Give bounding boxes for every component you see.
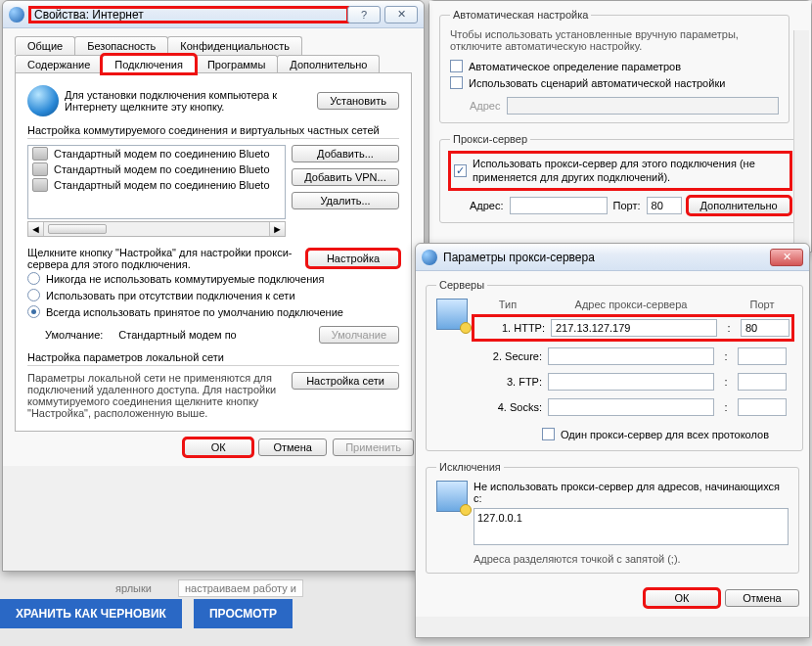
tab-general[interactable]: Общие	[15, 36, 75, 55]
tab-connections[interactable]: Подключения	[102, 55, 196, 73]
titlebar-proxy[interactable]: Параметры прокси-сервера ✕	[416, 244, 809, 271]
scroll-right-icon[interactable]: ►	[269, 222, 285, 236]
close-button-proxy[interactable]: ✕	[770, 249, 803, 266]
proxy-cancel-button[interactable]: Отмена	[725, 589, 799, 607]
col-addr: Адрес прокси-сервера	[548, 299, 714, 310]
row-secure-addr[interactable]	[548, 347, 714, 365]
modem-icon	[32, 178, 48, 192]
apply-button: Применить	[333, 438, 414, 456]
window-title-proxy: Параметры прокси-сервера	[443, 251, 770, 264]
radio-never-row[interactable]: Никогда не использовать коммутируемые по…	[27, 270, 399, 287]
install-button[interactable]: Установить	[317, 92, 399, 110]
col-port: Порт	[738, 299, 787, 310]
globe-icon	[9, 7, 24, 23]
row-socks-addr[interactable]	[548, 398, 714, 416]
globe-large-icon	[27, 85, 59, 116]
delete-button[interactable]: Удалить...	[292, 192, 399, 209]
scroll-left-icon[interactable]: ◄	[28, 222, 44, 236]
tab-panel-connections: Для установки подключения компьютера к И…	[15, 72, 412, 432]
exclusions-note: Адреса разделяются точкой с запятой (;).	[474, 553, 789, 565]
help-button[interactable]: ?	[347, 6, 381, 23]
proxy-group: Прокси-сервер Использовать прокси-сервер…	[439, 133, 801, 223]
auto-config-legend: Автоматическая настройка	[450, 9, 591, 21]
row-socks-label: 4. Socks:	[474, 401, 542, 413]
script-address-input	[507, 97, 780, 115]
use-proxy-row[interactable]: Использовать прокси-сервер для этого под…	[450, 153, 790, 189]
bg-text-config: настраиваем работу и	[178, 579, 303, 597]
proxy-port-input[interactable]	[647, 197, 682, 214]
same-proxy-row[interactable]: Один прокси-сервер для всех протоколов	[542, 426, 792, 442]
script-address-label: Адрес	[470, 100, 501, 112]
auto-script-checkbox[interactable]	[450, 76, 463, 89]
settings-button[interactable]: Настройка	[307, 250, 399, 267]
connections-listbox[interactable]: Стандартный модем по соединению Blueto С…	[27, 145, 286, 219]
proxy-legend: Прокси-сервер	[450, 133, 530, 145]
proxy-port-label: Порт:	[613, 200, 641, 211]
radio-never[interactable]	[27, 272, 40, 285]
row-ftp-port[interactable]	[738, 373, 787, 391]
exclusions-textarea[interactable]	[474, 508, 789, 545]
radio-always[interactable]	[27, 305, 40, 318]
tabs: Общие Безопасность Конфиденциальность Со…	[13, 34, 414, 433]
row-ftp-label: 3. FTP:	[474, 376, 542, 388]
tab-content[interactable]: Содержание	[15, 55, 103, 73]
close-button[interactable]: ✕	[384, 6, 418, 23]
preview-button[interactable]: ПРОСМОТР	[194, 599, 293, 628]
radio-none[interactable]	[27, 289, 40, 301]
auto-detect-label: Автоматическое определение параметров	[469, 61, 681, 72]
col-type: Тип	[474, 299, 542, 310]
bg-text-labels: ярлыки	[115, 582, 152, 594]
lan-settings-button[interactable]: Настройка сети	[292, 372, 399, 390]
list-item[interactable]: Стандартный модем по соединению Blueto	[28, 162, 285, 177]
tab-privacy[interactable]: Конфиденциальность	[167, 36, 302, 55]
modem-icon	[32, 147, 48, 161]
auto-detect-checkbox[interactable]	[450, 60, 463, 72]
exclusions-group: Исключения Не использовать прокси-сервер…	[426, 461, 799, 574]
internet-properties-window: Свойства: Интернет ? ✕ Общие Безопасност…	[2, 0, 425, 572]
lan-text: Параметры локальной сети не применяются …	[27, 372, 282, 419]
dialup-title: Настройка коммутируемого соединения и ви…	[27, 124, 399, 139]
titlebar[interactable]: Свойства: Интернет ? ✕	[3, 1, 424, 28]
panel-connection-settings: Автоматическая настройка Чтобы использов…	[429, 0, 812, 253]
proxy-settings-window: Параметры прокси-сервера ✕ Серверы Тип А…	[415, 243, 810, 638]
same-proxy-label: Один прокси-сервер для всех протоколов	[561, 429, 769, 440]
ok-button[interactable]: ОК	[184, 438, 252, 456]
proxy-more-button[interactable]: Дополнительно	[688, 197, 790, 214]
use-proxy-checkbox[interactable]	[454, 164, 467, 177]
add-vpn-button[interactable]: Добавить VPN...	[292, 168, 399, 186]
same-proxy-checkbox[interactable]	[542, 428, 555, 440]
tab-programs[interactable]: Программы	[195, 55, 278, 73]
list-item[interactable]: Стандартный модем по соединению Blueto	[28, 177, 285, 193]
cancel-button[interactable]: Отмена	[258, 438, 327, 456]
row-http-port[interactable]	[741, 319, 789, 337]
window-title: Свойства: Интернет	[30, 8, 347, 22]
auto-script-row[interactable]: Использовать сценарий автоматической нас…	[450, 74, 779, 91]
row-secure-port[interactable]	[738, 347, 787, 365]
exclusions-legend: Исключения	[436, 461, 504, 473]
row-http-addr[interactable]	[551, 319, 717, 337]
default-label: Умолчание:	[45, 329, 103, 341]
server-icon	[436, 299, 468, 330]
list-item[interactable]: Стандартный модем по соединению Blueto	[28, 146, 285, 162]
row-ftp-addr[interactable]	[548, 373, 714, 391]
default-value: Стандартный модем по	[118, 329, 236, 341]
page-bottom-buttons: ХРАНИТЬ КАК ЧЕРНОВИК ПРОСМОТР	[0, 599, 293, 628]
radio-none-row[interactable]: Использовать при отсутствии подключения …	[27, 287, 399, 303]
auto-detect-row[interactable]: Автоматическое определение параметров	[450, 58, 779, 74]
horizontal-scrollbar[interactable]: ◄ ►	[27, 221, 286, 237]
radio-always-row[interactable]: Всегда использовать принятое по умолчани…	[27, 303, 399, 320]
add-button[interactable]: Добавить...	[292, 145, 399, 162]
save-draft-button[interactable]: ХРАНИТЬ КАК ЧЕРНОВИК	[0, 599, 182, 628]
proxy-addr-input[interactable]	[510, 197, 608, 214]
scroll-thumb[interactable]	[48, 224, 107, 234]
exclusions-hint: Не использовать прокси-сервер для адресо…	[474, 481, 789, 504]
server-icon	[436, 481, 468, 512]
row-socks-port[interactable]	[738, 398, 787, 416]
proxy-ok-button[interactable]: ОК	[645, 589, 719, 607]
use-proxy-label: Использовать прокси-сервер для этого под…	[473, 157, 787, 185]
tab-security[interactable]: Безопасность	[74, 36, 168, 55]
tab-advanced[interactable]: Дополнительно	[277, 55, 380, 73]
servers-group: Серверы Тип Адрес прокси-сервера Порт 1.…	[426, 279, 803, 451]
auto-config-group: Автоматическая настройка Чтобы использов…	[439, 9, 789, 123]
scrollbar[interactable]	[793, 30, 809, 250]
